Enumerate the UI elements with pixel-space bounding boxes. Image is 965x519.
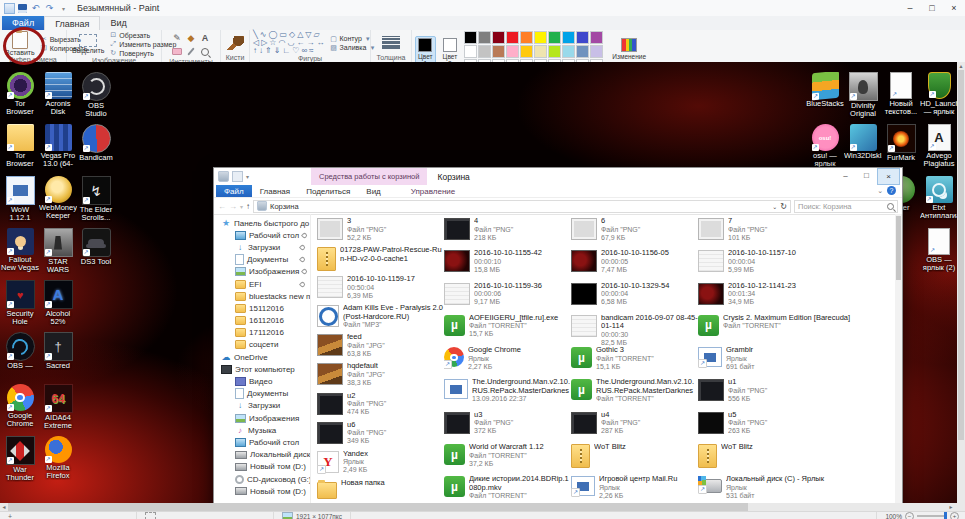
scrollbar-thumb[interactable] — [896, 216, 901, 280]
save-icon[interactable] — [18, 4, 27, 13]
thickness-label[interactable]: Толщина — [371, 54, 411, 62]
file-tile[interactable]: u3 Файл "PNG" 372 КБ — [444, 411, 571, 443]
fill-icon[interactable]: ◆ — [185, 31, 198, 44]
sidebar-item[interactable]: Новый том (D:) — [214, 461, 310, 473]
select-button[interactable]: Выделить — [70, 34, 106, 54]
file-tile[interactable]: Gramblr Ярлык 691 байт — [698, 346, 858, 378]
sidebar-item[interactable]: Этот компьютер — [214, 363, 310, 375]
fill-shape-button[interactable]: ▨Заливка▾ — [329, 44, 376, 52]
refresh-icon[interactable]: ↻ — [780, 202, 787, 211]
palette-color[interactable] — [464, 31, 477, 44]
file-tile[interactable]: Yandex Ярлык 2,49 КБ — [317, 450, 444, 479]
explorer-tab-home[interactable]: Главная — [252, 185, 298, 197]
desktop-icon[interactable]: Alcohol 52% — [39, 280, 77, 332]
file-tile[interactable]: Локальный диск (С) - Ярлык Ярлык 531 бай… — [698, 475, 858, 503]
palette-color[interactable] — [478, 31, 491, 44]
back-icon[interactable]: ← — [218, 202, 226, 211]
desktop-icon[interactable]: The Elder Scrolls... — [77, 176, 115, 228]
zoom-slider[interactable] — [917, 515, 947, 517]
file-tile[interactable]: Gothic 3 Файл "TORRENT" 15,1 КБ — [571, 346, 698, 378]
palette-color[interactable] — [576, 31, 589, 44]
shape-icons-row[interactable]: ↑↓⇑⇓∟♡∞≈ — [253, 47, 326, 55]
desktop-icon[interactable]: Bandicam — [77, 124, 115, 176]
file-tile[interactable]: 6 Файл "PNG" 67,9 КБ — [571, 217, 698, 249]
file-tile[interactable]: u4 Файл "PNG" 287 КБ — [571, 411, 698, 443]
forward-icon[interactable]: → — [229, 202, 237, 211]
explorer-scrollbar[interactable] — [895, 214, 902, 503]
explorer-minimize-button[interactable]: – — [835, 168, 856, 183]
desktop-icon[interactable]: STAR WARS Jedi Knig... — [39, 228, 77, 280]
sidebar-item[interactable]: Рабочий стол — [214, 436, 310, 448]
desktop-icon[interactable]: Etxt Антиплагиат — [920, 176, 957, 228]
file-tile[interactable]: AOFEIIGERU_[tfile.ru].exe Файл "TORRENT"… — [444, 314, 571, 346]
sidebar-item[interactable]: Изображения — [214, 412, 310, 424]
file-tile[interactable]: 2016-10-10-1156-05 00:00:05 7,47 МБ — [571, 249, 698, 281]
close-button[interactable]: × — [943, 1, 965, 16]
palette-color[interactable] — [492, 45, 505, 58]
sidebar-item[interactable]: соцсети — [214, 339, 310, 351]
file-tile[interactable]: 3 Файл "PNG" 52,2 КБ — [317, 217, 444, 246]
pencil-icon[interactable]: ✎ — [171, 31, 184, 44]
palette-color[interactable] — [548, 31, 561, 44]
qat-dropdown-icon[interactable]: ▾ — [58, 3, 69, 14]
file-tile[interactable]: 2016-10-10-1159-36 00:00:06 9,17 МБ — [444, 282, 571, 314]
scroll-left-icon[interactable]: ◄ — [0, 504, 8, 510]
palette-color[interactable] — [520, 45, 533, 58]
palette-color[interactable] — [562, 31, 575, 44]
desktop-icon[interactable]: Новый текстов... — [882, 72, 920, 124]
scroll-up-icon[interactable]: ▲ — [957, 62, 965, 70]
palette-color[interactable] — [492, 31, 505, 44]
properties-icon[interactable] — [232, 171, 243, 182]
paint-canvas[interactable]: Tor Browser Acronis Disk Director 12 OBS… — [0, 62, 957, 503]
undo-icon[interactable]: ↶ — [30, 3, 41, 14]
canvas-vscrollbar[interactable]: ▲ — [957, 62, 965, 503]
text-icon[interactable]: A — [199, 31, 212, 44]
palette-color[interactable] — [548, 45, 561, 58]
file-tile[interactable]: hqdefault Файл "JPG" 38,3 КБ — [317, 362, 444, 391]
palette-color[interactable] — [506, 31, 519, 44]
up-icon[interactable]: ↑ — [246, 202, 250, 211]
palette-color[interactable] — [506, 45, 519, 58]
zoom-in-icon[interactable]: + — [950, 512, 959, 519]
file-tile[interactable]: Adam Kills Eve - Paralysis 2.0 (Post-Har… — [317, 304, 444, 333]
palette-color[interactable] — [520, 31, 533, 44]
shapes-grid[interactable]: ╲∿◯▭◇△▽▱ ◁▷☆◠◡←→↔ ↑↓⇑⇓∟♡∞≈ — [253, 31, 326, 55]
sidebar-item[interactable]: OneDrive — [214, 351, 310, 363]
desktop-icon[interactable]: Security Hole — [1, 280, 39, 332]
file-tile[interactable]: 2016-10-12-1141-23 00:01:34 34,9 МБ — [698, 282, 858, 314]
file-tile[interactable]: u1 Файл "PNG" 556 КБ — [698, 378, 858, 410]
explorer-tab-view[interactable]: Вид — [358, 185, 388, 197]
sidebar-item[interactable]: Документы — [214, 388, 310, 400]
address-box[interactable]: Корзина ⌄ ↻ — [253, 200, 791, 213]
color-picker-icon[interactable] — [185, 45, 198, 58]
sidebar-item[interactable]: Новый том (D:) — [214, 485, 310, 497]
file-tile[interactable]: 4 Файл "PNG" 218 КБ — [444, 217, 571, 249]
sidebar-item[interactable]: Локальный диск (C: — [214, 449, 310, 461]
desktop-icon[interactable]: HD_Launcher — ярлык — [920, 72, 957, 124]
desktop-icon[interactable]: WoW 1.12.1 — [1, 176, 39, 228]
sidebar-item[interactable]: Рабочий стол — [214, 229, 310, 241]
vscroll-thumb[interactable] — [958, 70, 964, 440]
desktop-icon[interactable]: OBS — — [1, 332, 39, 384]
file-tile[interactable]: u2 Файл "PNG" 474 КБ — [317, 392, 444, 421]
palette-color[interactable] — [590, 45, 603, 58]
file-tile[interactable]: WoT Blitz — [571, 443, 698, 475]
zoom-out-icon[interactable]: − — [905, 512, 914, 519]
minimize-button[interactable]: – — [899, 1, 921, 16]
file-tile[interactable]: 2016-10-10-1157-10 00:00:04 5,99 МБ — [698, 249, 858, 281]
desktop-icon[interactable]: BlueStacks — [806, 72, 844, 124]
explorer-close-button[interactable]: × — [877, 168, 900, 185]
file-tile[interactable]: World of Warcraft 1.12 Файл "TORRENT" 37… — [444, 443, 571, 475]
file-tile[interactable]: u5 Файл "PNG" 263 КБ — [698, 411, 858, 443]
sidebar-item[interactable]: EFI — [214, 278, 310, 290]
palette-color[interactable] — [576, 45, 589, 58]
file-tile[interactable]: Google Chrome Ярлык 2,27 КБ — [444, 346, 571, 378]
brush-icon[interactable] — [226, 36, 244, 50]
collapse-ribbon-icon[interactable]: ⌄ — [877, 187, 883, 195]
sidebar-item[interactable]: Изображения — [214, 266, 310, 278]
sidebar-item[interactable]: bluestacks new m — [214, 290, 310, 302]
desktop-icon[interactable]: Sacred — [39, 332, 77, 384]
maximize-button[interactable]: □ — [921, 1, 943, 16]
sidebar-item[interactable]: Видео — [214, 375, 310, 387]
redo-icon[interactable]: ↷ — [44, 3, 55, 14]
